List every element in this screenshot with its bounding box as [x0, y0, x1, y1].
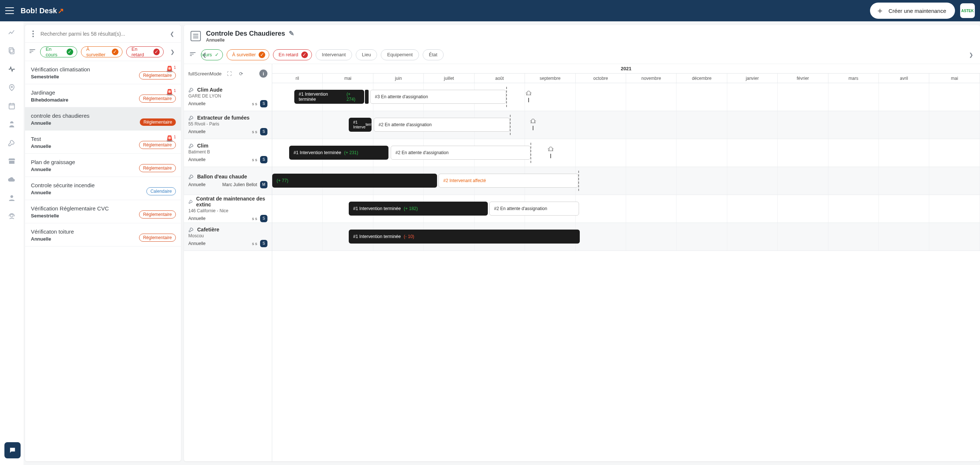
svg-point-2 [11, 86, 13, 88]
list-item[interactable]: controle des chaudieres Annuelle Régleme… [25, 107, 181, 131]
gantt-row-track: #1 Interveterminé#2 En attente d'assigna… [272, 111, 980, 139]
month-cell: juillet [424, 73, 474, 83]
chip-a-surveiller[interactable]: À surveiller✓ [81, 46, 123, 57]
chip-intervenant[interactable]: Intervenant [316, 49, 352, 61]
gantt-row-header[interactable]: Contrat de maintenance des extinc 146 Ca… [184, 195, 272, 223]
gantt-bar[interactable]: #1 Intervention terminée(- 10) [349, 229, 580, 244]
chip-lieu[interactable]: Lieu [356, 49, 377, 61]
svg-rect-0 [10, 49, 14, 54]
detail-filter-row: ❮ cours✓ À surveiller✓ En retard✓ Interv… [184, 46, 980, 64]
gantt-bar[interactable] [365, 90, 369, 104]
heartbeat-icon[interactable] [7, 65, 16, 73]
list-item[interactable]: Controle sécurite incendie Annuelle Cale… [25, 177, 181, 200]
chip-en-retard[interactable]: En retard✓ [126, 46, 164, 57]
gantt-row-header[interactable]: Extracteur de fumées 55 Rivoli - Paris A… [184, 111, 272, 139]
gantt-bar[interactable]: #2 En attente d'assignation [374, 118, 510, 132]
topbar: Bob! Desk↗ ＋ Créer une maintenance ASTEK [0, 0, 980, 21]
gantt-row-header[interactable]: Cafetière Moscou Annuelles sS [184, 223, 272, 251]
create-label: Créer une maintenance [888, 8, 946, 14]
list-item-tag: Réglementaire [139, 210, 176, 218]
avatar-initials: s s [252, 158, 257, 162]
chevron-left-icon[interactable]: ❮ [199, 50, 210, 60]
gantt-bar[interactable]: #3 En attente d'assignation [370, 90, 506, 104]
chevron-right-icon[interactable]: ❯ [966, 50, 976, 60]
svg-point-4 [10, 195, 13, 198]
dashed-marker [506, 87, 507, 107]
refresh-icon[interactable]: ⟳ [237, 70, 245, 78]
gantt-bar[interactable]: #2 En attente d'assignation [391, 146, 530, 160]
month-cell: mai [323, 73, 373, 83]
document-icon [191, 31, 201, 41]
month-cell: juin [373, 73, 424, 83]
calendar-icon[interactable] [7, 102, 16, 110]
list-item[interactable]: 🚨1Test Annuelle Réglementaire [25, 131, 181, 154]
fullscreen-icon[interactable]: ⛶ [225, 70, 233, 78]
collapse-left-icon[interactable]: ❮ [167, 29, 177, 39]
avatar-initials: s s [252, 102, 257, 106]
kebab-icon[interactable] [29, 30, 38, 37]
gantt-row-track: (+ 77)#2 Intervenant affecté [272, 167, 980, 195]
list-item[interactable]: 🚨1Jardinage Bihebdomadaire Réglementaire [25, 84, 181, 107]
list-item[interactable]: Plan de graissage Annuelle Réglementaire [25, 154, 181, 177]
list-item-tag: Réglementaire [139, 164, 176, 172]
month-cell: novembre [626, 73, 676, 83]
location-icon[interactable] [7, 83, 16, 92]
worker-icon[interactable] [7, 120, 16, 129]
chart-icon[interactable] [7, 28, 16, 37]
info-icon[interactable]: i [259, 70, 267, 78]
gantt-row-header[interactable]: Ballon d'eau chaude AnnuelleMarc Julien … [184, 167, 272, 195]
user-icon[interactable] [7, 194, 16, 202]
gantt-row-track: #1 Intervention terminée(- 10) [272, 223, 980, 251]
logo: Bob! Desk↗ [21, 6, 64, 15]
list-item[interactable]: Vérification Réglementaire CVC Semestrie… [25, 200, 181, 223]
menu-icon[interactable] [5, 7, 14, 14]
list-item[interactable]: 🚨1Vérification climatisation Semestriell… [25, 61, 181, 84]
chip-equipement[interactable]: Equipement [381, 49, 418, 61]
chat-fab[interactable] [5, 442, 21, 459]
chip-en-retard[interactable]: En retard✓ [273, 49, 312, 61]
create-maintenance-button[interactable]: ＋ Créer une maintenance [870, 3, 955, 19]
brand-badge[interactable]: ASTEK [960, 3, 975, 18]
gantt-row-title: Ballon d'eau chaude [197, 174, 247, 180]
gantt-bar[interactable]: #1 Interveterminé [349, 118, 372, 132]
alarm-marker [547, 147, 554, 158]
detail-title: Controle Des Chaudieres [206, 30, 285, 38]
chip-a-surveiller[interactable]: À surveiller✓ [227, 49, 269, 61]
avatar-badge: S [260, 100, 267, 107]
chevron-right-icon[interactable]: ❯ [167, 47, 177, 57]
list-item-tag: Réglementaire [139, 141, 176, 149]
search-input[interactable] [40, 31, 164, 37]
svg-point-5 [10, 215, 13, 217]
support-icon[interactable] [7, 212, 16, 221]
sort-icon[interactable] [189, 50, 197, 59]
avatar-badge: S [260, 240, 267, 247]
gantt-bar[interactable]: #1 Intervention terminée(+ 231) [289, 146, 388, 160]
gantt-row-title: Extracteur de fumées [197, 115, 250, 121]
gantt-bar[interactable]: #2 En attente d'assignation [489, 202, 579, 216]
list-item-tag: Réglementaire [140, 118, 176, 126]
gantt-row-track: #1 Intervention terminée(+ 182)#2 En att… [272, 195, 980, 223]
copy-icon[interactable] [7, 46, 16, 55]
sort-icon[interactable] [29, 48, 37, 56]
chip-en-cours[interactable]: En cours✓ [40, 46, 77, 57]
wrench-icon[interactable] [7, 139, 16, 147]
gantt-bar[interactable]: #2 Intervenant affecté [439, 174, 578, 188]
list-item[interactable]: Vérificaton toiture Annuelle Réglementai… [25, 223, 181, 247]
month-cell: janvier [727, 73, 778, 83]
gantt-row-loc: GARE DE LYON [188, 94, 267, 99]
detail-header: Controle Des Chaudieres ✎ Annuelle [184, 25, 980, 46]
gantt-bar[interactable]: #1 Intervention terminée(+ 182) [349, 202, 488, 216]
gantt: fullScreenMode ⛶ ⟳ i 2021 rilmaijuinjuil… [184, 64, 980, 461]
gantt-bar[interactable]: (+ 77) [272, 174, 437, 188]
store-icon[interactable] [7, 157, 16, 166]
gantt-row-freq: Annuelle [188, 182, 206, 187]
edit-icon[interactable]: ✎ [289, 29, 294, 38]
list-toolbar: ❮ [25, 25, 181, 43]
cloud-icon[interactable] [7, 175, 16, 184]
gantt-row-header[interactable]: Clim Batiment B Annuelles sS [184, 139, 272, 167]
gantt-row-freq: Annuelle [188, 101, 206, 106]
gantt-row-header[interactable]: Clim Aude GARE DE LYON Annuelles sS [184, 83, 272, 111]
chip-etat[interactable]: État [423, 49, 444, 61]
gantt-controls: fullScreenMode ⛶ ⟳ i [184, 64, 272, 83]
gantt-bar[interactable]: #1 Intervention terminée(+ 274) [294, 90, 364, 104]
